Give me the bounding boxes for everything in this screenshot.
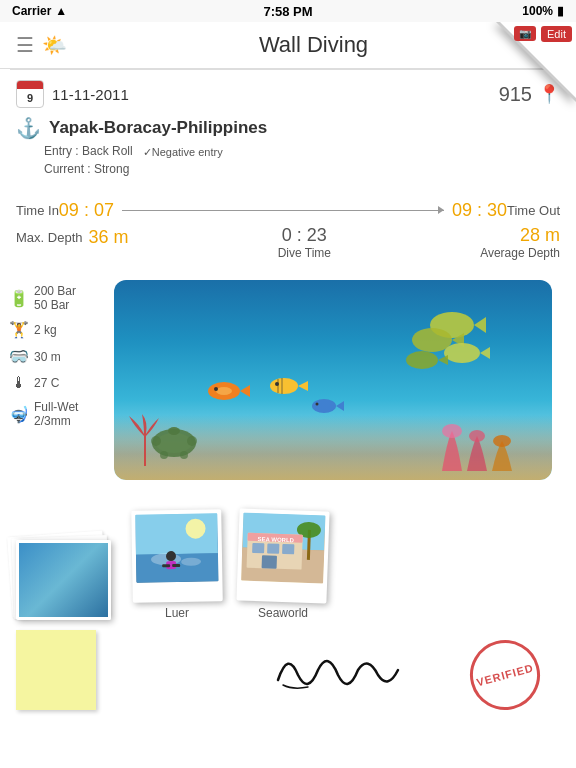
photo-luer-polaroid [131, 509, 223, 603]
header-icons: ☰ 🌤️ [16, 33, 67, 57]
svg-point-26 [168, 427, 180, 435]
time-in-label: Time In [16, 203, 59, 218]
status-time: 7:58 PM [263, 4, 312, 19]
dive-time-container: 0 : 23 Dive Time [129, 225, 481, 260]
wifi-icon: ▲ [55, 4, 67, 18]
location-row: ⚓ Yapak-Boracay-Philippines [16, 116, 560, 140]
svg-point-10 [216, 387, 232, 395]
location-name: Yapak-Boracay-Philippines [49, 118, 267, 138]
temp-value: 27 C [34, 376, 59, 390]
photo-luer-image [135, 513, 218, 582]
weight-value: 2 kg [34, 323, 57, 337]
svg-point-11 [214, 387, 218, 391]
gear-weight: 🏋 2 kg [8, 320, 98, 339]
dive-info: 9 11-11-2011 915 📍 ⚓ Yapak-Boracay-Phili… [0, 70, 576, 190]
photo-thumb-blue [16, 540, 111, 620]
weight-icon: 🏋 [8, 320, 30, 339]
calendar-icon: 9 [16, 80, 44, 108]
svg-point-28 [469, 430, 485, 442]
avg-depth-label: Average Depth [480, 246, 560, 260]
dive-time-value: 0 : 23 [129, 225, 481, 246]
dive-time-label: Dive Time [129, 246, 481, 260]
status-right: 100% ▮ [522, 4, 564, 18]
photo-seaworld-label: Seaworld [258, 606, 308, 620]
fish-group [382, 305, 502, 389]
svg-point-25 [180, 451, 188, 459]
photo-seaworld-image: SEA WORLD [241, 513, 325, 584]
sticky-note[interactable] [16, 630, 96, 710]
time-line [122, 210, 444, 211]
suit-icon: 🤿 [8, 405, 30, 424]
tank-icon: 🔋 [8, 289, 30, 308]
list-icon[interactable]: ☰ [16, 33, 34, 57]
signature [268, 640, 408, 700]
svg-marker-18 [336, 401, 344, 411]
tropical-fish-area [194, 351, 354, 435]
coral-reef [432, 411, 532, 475]
signature-area: VERIFIED [116, 630, 560, 710]
weather-icon: 🌤️ [42, 33, 67, 57]
photo-button[interactable]: 📷 [514, 26, 536, 41]
time-out-label: Time Out [507, 203, 560, 218]
mask-icon: 🥽 [8, 347, 30, 366]
battery-icon: ▮ [557, 4, 564, 18]
page-title: Wall Diving [67, 32, 560, 58]
fish-svg [382, 305, 502, 385]
svg-point-6 [406, 351, 438, 369]
carrier-label: Carrier [12, 4, 51, 18]
max-depth-label: Max. Depth [16, 230, 82, 245]
temp-icon: 🌡 [8, 374, 30, 392]
svg-rect-48 [282, 544, 294, 554]
gear-visibility: 🥽 30 m [8, 347, 98, 366]
svg-point-4 [444, 343, 480, 363]
negative-entry: ✓Negative entry [143, 146, 223, 159]
svg-point-22 [151, 436, 161, 446]
photo-luer-container[interactable]: Luer [132, 510, 222, 620]
svg-point-24 [160, 451, 168, 459]
svg-point-2 [412, 328, 452, 352]
current-info: Current : Strong [44, 162, 560, 176]
date-left: 9 11-11-2011 [16, 80, 129, 108]
svg-point-27 [442, 424, 462, 438]
dive-visual-row: 🔋 200 Bar 50 Bar 🏋 2 kg 🥽 30 m 🌡 27 C 🤿 [0, 270, 576, 490]
svg-rect-37 [162, 564, 170, 567]
suit-value: Full-Wet 2/3mm [34, 400, 78, 428]
svg-point-29 [493, 435, 511, 447]
svg-marker-9 [240, 385, 250, 397]
dive-illustration [114, 280, 552, 480]
svg-point-23 [187, 436, 197, 446]
photo-front [16, 540, 116, 620]
visibility-value: 30 m [34, 350, 61, 364]
svg-point-21 [156, 433, 192, 453]
turtle [144, 421, 204, 465]
battery-label: 100% [522, 4, 553, 18]
svg-text:SEA WORLD: SEA WORLD [257, 536, 294, 543]
gear-column: 🔋 200 Bar 50 Bar 🏋 2 kg 🥽 30 m 🌡 27 C 🤿 [8, 270, 98, 490]
svg-marker-1 [474, 317, 486, 333]
svg-rect-47 [267, 543, 279, 553]
header: ☰ 🌤️ Wall Diving [0, 22, 576, 69]
status-bar: Carrier ▲ 7:58 PM 100% ▮ [0, 0, 576, 22]
time-in-out-row: Time In 09 : 07 09 : 30 Time Out [16, 200, 560, 221]
svg-marker-7 [438, 355, 448, 365]
main-content: Edit 📷 ☰ 🌤️ Wall Diving 9 11-11-2011 915… [0, 22, 576, 768]
anchor-icon: ⚓ [16, 116, 41, 140]
verified-stamp: VERIFIED [462, 632, 548, 718]
time-depth-grid: Time In 09 : 07 09 : 30 Time Out Max. De… [16, 200, 560, 260]
avg-depth-container: 28 m Average Depth [480, 225, 560, 260]
photo-stack[interactable] [16, 540, 116, 620]
time-in-value: 09 : 07 [59, 200, 114, 221]
gear-temp: 🌡 27 C [8, 374, 98, 392]
max-depth-row: Max. Depth 36 m [16, 227, 129, 248]
photo-seaworld-container[interactable]: SEA WORLD Seaworld [238, 510, 328, 620]
photo-seaworld-polaroid: SEA WORLD [236, 508, 329, 603]
svg-point-17 [312, 399, 336, 413]
svg-point-16 [275, 382, 279, 386]
dive-date: 11-11-2011 [52, 86, 129, 103]
avg-depth-value: 28 m [480, 225, 560, 246]
svg-rect-30 [135, 513, 218, 554]
notes-signature-row: VERIFIED [0, 630, 576, 730]
time-out-value: 09 : 30 [452, 200, 507, 221]
edit-button[interactable]: Edit [541, 26, 572, 42]
max-depth-value: 36 m [88, 227, 128, 248]
